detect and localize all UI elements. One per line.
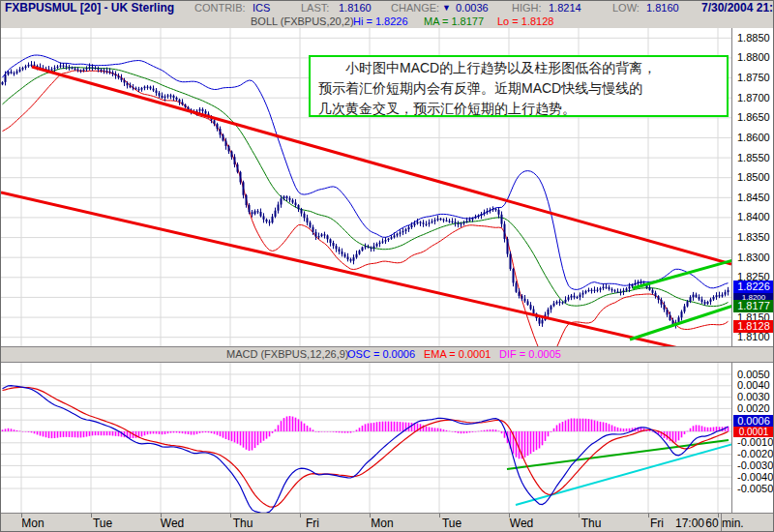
axis-tick [718,514,719,517]
macd-tick: -0.0050 [737,483,773,494]
annotation-text: 小时图中MACD的上行趋势以及柱形图低谷的背离， 预示着汇价短期内会有反弹。近期… [318,60,656,116]
price-tick: 1.8550 [737,152,770,163]
low-value: 1.8160 [646,1,679,15]
axis-tick [439,514,440,517]
axis-tick [509,514,510,517]
axis-tick [91,514,92,517]
macd-tick: 0.0030 [737,391,770,402]
boll-lo: Lo = 1.8128 [497,15,553,28]
price-tick: 1.8750 [737,72,770,83]
low-label: LOW: [612,1,640,15]
macd-name: MACD (FXBPUS,12,26,9) [226,347,349,362]
price-tick: 1.8300 [737,251,770,263]
macd-dif: DIF = 0.0005 [499,347,561,362]
day-label: Wed [151,517,194,530]
macd-marker-box: 0.0006 [733,415,774,427]
annotation-box[interactable]: 小时图中MACD的上行趋势以及柱形图低谷的背离， 预示着汇价短期内会有反弹。近期… [309,55,729,117]
macd-tick: 0.0020 [737,402,770,414]
macd-tick: -0.0040 [737,471,773,483]
day-label: Fri [291,517,334,530]
macd-panel [1,363,731,513]
symbol-title: FXBPUSMUL [20] - UK Sterling [5,1,174,15]
macd-chart-canvas[interactable] [1,363,731,513]
down-arrow-icon: ▼ [442,1,451,15]
axis-tick [230,514,231,517]
axis-tick [21,514,22,517]
last-value: 1.8160 [339,1,372,15]
price-tick: 1.8400 [737,211,770,222]
price-tick: 1.8800 [737,51,770,63]
price-tick: 1.8450 [737,192,770,203]
contrib-label: CONTRIB: [194,1,246,15]
day-label: Thu [222,517,264,530]
boll-ma: MA = 1.8177 [424,15,484,28]
day-label: Tue [431,517,473,530]
price-marker-box: 1.8177 [733,300,774,312]
price-tick: 1.8600 [737,132,770,143]
axis-tick [370,514,371,517]
high-value: 1.8214 [549,1,581,15]
macd-marker-box: 0.0001 [733,427,774,437]
macd-ema: EMA = 0.0001 [424,347,491,362]
axis-tick [579,514,580,517]
change-label: CHANGE: [391,1,439,15]
day-label: Mon [12,517,54,530]
axis-tick [648,514,649,517]
boll-name: BOLL (FXBPUS,20,2) [251,15,354,28]
macd-tick: 0.0040 [737,379,770,391]
day-label: Fri [636,517,678,530]
price-tick: 1.8650 [737,111,770,123]
high-label: HIGH: [512,1,542,15]
axis-tick [300,514,301,517]
macd-value-axis: 0.00500.00400.00300.0020-0.0010-0.0020-0… [731,363,774,513]
price-tick: 1.8350 [737,231,770,243]
macd-tick: -0.0020 [737,448,773,459]
price-tick: 1.8850 [737,32,770,44]
price-marker-box: 1.8226 [733,281,774,293]
macd-osc: OSC = 0.0006 [347,347,415,362]
day-label: Tue [81,517,124,530]
macd-tick: -0.0030 [737,459,773,471]
main-price-axis: 1.88501.88001.87501.87001.86501.86001.85… [731,28,774,346]
boll-hi: Hi = 1.8226 [353,15,408,28]
interval-label: 60 min. [703,517,746,530]
last-label: LAST: [301,1,329,15]
datetime: 7/30/2004 21:00 [701,1,774,15]
price-tick: 1.8500 [737,171,770,183]
day-label: Wed [500,517,543,530]
contrib-value: ICS [253,1,270,15]
boll-indicator-bar: BOLL (FXBPUS,20,2) Hi = 1.8226 MA = 1.81… [1,15,774,29]
day-label: Thu [570,517,612,530]
day-label: Mon [361,517,403,530]
time-axis: 17:00 60 min. MonTueWedThuFriMonTueWedTh… [1,513,774,532]
macd-indicator-bar: MACD (FXBPUS,12,26,9) OSC = 0.0006 EMA =… [1,346,774,363]
price-tick: 1.8700 [737,92,770,103]
axis-tick [161,514,162,517]
chart-window: FXBPUSMUL [20] - UK Sterling CONTRIB: IC… [0,0,774,532]
change-value: 0.0036 [456,1,489,15]
main-chart-panel: 小时图中MACD的上行趋势以及柱形图低谷的背离， 预示着汇价短期内会有反弹。近期… [1,28,731,346]
macd-tick: -0.0010 [737,436,773,448]
header-bar: FXBPUSMUL [20] - UK Sterling CONTRIB: IC… [1,1,774,15]
price-marker-box: 1.8128 [733,320,774,333]
